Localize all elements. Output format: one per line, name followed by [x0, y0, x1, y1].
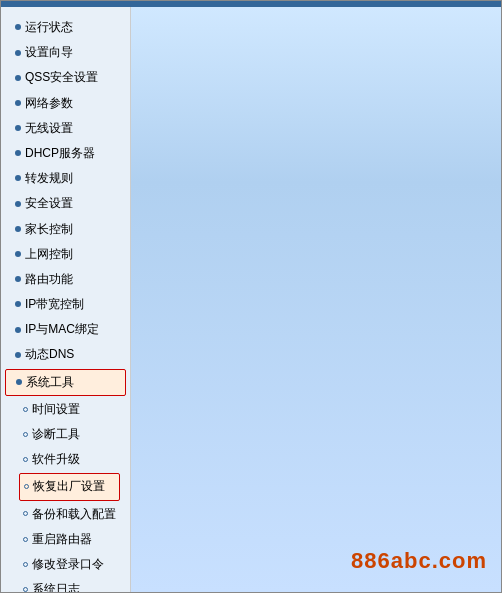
sidebar-item-diag[interactable]: 诊断工具 [1, 422, 130, 447]
bullet-icon [15, 24, 21, 30]
sidebar-item-network[interactable]: 网络参数 [1, 91, 130, 116]
sidebar-item-ip-bandwidth[interactable]: IP带宽控制 [1, 292, 130, 317]
sidebar-item-qss[interactable]: QSS安全设置 [1, 65, 130, 90]
bullet-icon [15, 251, 21, 257]
bullet-icon [16, 379, 22, 385]
content-area: 运行状态 设置向导 QSS安全设置 网络参数 无线设置 DHCP服务器 转发规则… [1, 7, 501, 592]
sub-bullet-icon [23, 562, 28, 567]
sub-bullet-icon [23, 457, 28, 462]
sidebar-item-dhcp[interactable]: DHCP服务器 [1, 141, 130, 166]
sidebar-item-setup-wizard[interactable]: 设置向导 [1, 40, 130, 65]
bullet-icon [15, 301, 21, 307]
sidebar-item-factory-reset[interactable]: 恢复出厂设置 [19, 473, 120, 500]
sidebar-item-password[interactable]: 修改登录口令 [1, 552, 130, 577]
sidebar-item-system-tools[interactable]: 系统工具 [5, 369, 126, 396]
bullet-icon [15, 327, 21, 333]
sidebar-item-forward[interactable]: 转发规则 [1, 166, 130, 191]
sub-bullet-icon [24, 484, 29, 489]
sub-bullet-icon [23, 537, 28, 542]
main-window: 运行状态 设置向导 QSS安全设置 网络参数 无线设置 DHCP服务器 转发规则… [0, 0, 502, 593]
main-content: 886abc.com [131, 7, 501, 592]
sidebar-item-ddns[interactable]: 动态DNS [1, 342, 130, 367]
sub-bullet-icon [23, 511, 28, 516]
sub-bullet-icon [23, 432, 28, 437]
bullet-icon [15, 276, 21, 282]
bullet-icon [15, 75, 21, 81]
bullet-icon [15, 175, 21, 181]
sidebar-item-parental[interactable]: 家长控制 [1, 217, 130, 242]
sidebar: 运行状态 设置向导 QSS安全设置 网络参数 无线设置 DHCP服务器 转发规则… [1, 7, 131, 592]
bullet-icon [15, 125, 21, 131]
sidebar-item-internet-control[interactable]: 上网控制 [1, 242, 130, 267]
bullet-icon [15, 100, 21, 106]
sidebar-item-reboot[interactable]: 重启路由器 [1, 527, 130, 552]
main-blue-area: 886abc.com [131, 7, 501, 592]
sub-bullet-icon [23, 407, 28, 412]
bullet-icon [15, 201, 21, 207]
sidebar-item-backup[interactable]: 备份和载入配置 [1, 502, 130, 527]
bullet-icon [15, 50, 21, 56]
bullet-icon [15, 352, 21, 358]
sidebar-item-run-status[interactable]: 运行状态 [1, 15, 130, 40]
sidebar-item-security[interactable]: 安全设置 [1, 191, 130, 216]
sidebar-item-ip-mac[interactable]: IP与MAC绑定 [1, 317, 130, 342]
sidebar-item-wireless[interactable]: 无线设置 [1, 116, 130, 141]
sidebar-item-firmware[interactable]: 软件升级 [1, 447, 130, 472]
sidebar-item-routing[interactable]: 路由功能 [1, 267, 130, 292]
bullet-icon [15, 150, 21, 156]
bullet-icon [15, 226, 21, 232]
watermark: 886abc.com [351, 548, 487, 574]
sidebar-item-time[interactable]: 时间设置 [1, 397, 130, 422]
sub-bullet-icon [23, 587, 28, 592]
sidebar-item-syslog[interactable]: 系统日志 [1, 577, 130, 592]
